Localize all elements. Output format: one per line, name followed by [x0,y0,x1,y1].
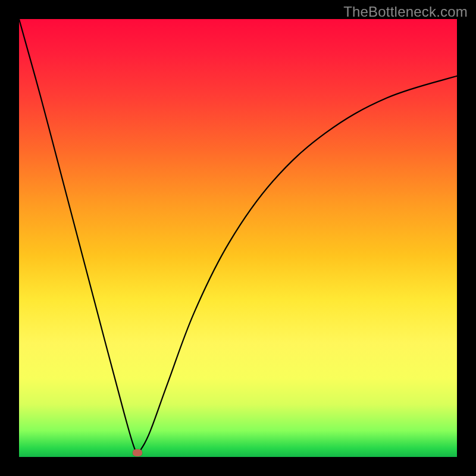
curve-svg [19,19,457,457]
bottleneck-curve [19,19,457,453]
plot-area [19,19,457,457]
min-marker [133,449,142,456]
chart-frame: TheBottleneck.com [0,0,476,476]
attribution-text: TheBottleneck.com [343,4,468,20]
